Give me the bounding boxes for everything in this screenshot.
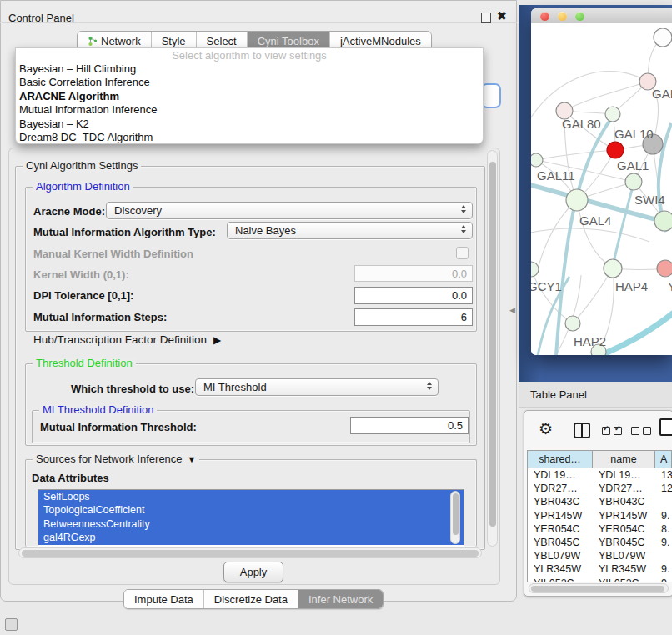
table-row[interactable]: YDL19…YDL19…13 bbox=[528, 468, 672, 482]
gear-icon[interactable]: ⚙ bbox=[539, 419, 553, 438]
kernel-width-label: Kernel Width (0,1): bbox=[33, 268, 129, 281]
table-row[interactable]: YIL052CYIL052C9. bbox=[528, 577, 672, 582]
network-window-titlebar bbox=[531, 8, 672, 24]
cyni-algorithm-settings-title: Cyni Algorithm Settings bbox=[23, 160, 141, 172]
data-attributes-list[interactable]: SelfLoopsTopologicalCoefficientBetweenne… bbox=[38, 489, 464, 548]
aracne-mode-combobox[interactable]: Discovery bbox=[106, 202, 473, 219]
table-row[interactable]: YDR27…YDR27…12 bbox=[528, 482, 672, 495]
network-node-label: GAL bbox=[652, 87, 672, 101]
column-header-clipped[interactable]: A bbox=[655, 451, 672, 468]
settings-hscrollbar-thumb[interactable] bbox=[22, 550, 479, 557]
mi-threshold-field[interactable]: 0.5 bbox=[350, 417, 469, 434]
network-node[interactable] bbox=[565, 316, 580, 331]
which-threshold-combobox[interactable]: MI Threshold bbox=[195, 378, 439, 396]
table-cell: YER054C bbox=[528, 522, 593, 536]
minimized-panel-icon[interactable] bbox=[5, 618, 18, 631]
algorithm-combobox-edge[interactable] bbox=[481, 83, 501, 108]
network-node[interactable] bbox=[531, 262, 539, 277]
attribute-list-item[interactable]: SelfLoops bbox=[38, 490, 464, 503]
table-row[interactable]: YPR145WYPR145W9. bbox=[528, 509, 672, 522]
tab-discretize-data[interactable]: Discretize Data bbox=[204, 590, 298, 608]
network-node[interactable] bbox=[654, 211, 672, 231]
attributes-scrollbar-thumb[interactable] bbox=[453, 493, 459, 535]
network-node[interactable] bbox=[605, 107, 620, 122]
float-window-icon[interactable] bbox=[481, 12, 491, 22]
select-all-columns-icon[interactable] bbox=[602, 427, 622, 435]
network-node[interactable] bbox=[566, 189, 588, 211]
zoom-traffic-light-icon[interactable] bbox=[575, 12, 584, 21]
table-hscrollbar[interactable] bbox=[529, 583, 669, 593]
kernel-width-field[interactable]: 0.0 bbox=[354, 265, 473, 282]
network-node-label: GAL11 bbox=[537, 168, 575, 182]
network-node-label: HAP4 bbox=[615, 279, 648, 293]
network-node[interactable] bbox=[654, 28, 672, 47]
aracne-mode-label: Aracne Mode: bbox=[33, 205, 105, 218]
network-node[interactable] bbox=[625, 173, 642, 190]
combo-stepper-icon bbox=[461, 205, 466, 213]
which-threshold-label: Which threshold to use: bbox=[71, 382, 194, 395]
deselect-all-columns-icon[interactable] bbox=[631, 427, 651, 435]
table-cell: 9. bbox=[655, 509, 672, 522]
table-body: YDL19…YDL19…13YDR27…YDR27…12YBR043CYBR04… bbox=[527, 468, 672, 582]
tab-infer-network[interactable]: Infer Network bbox=[298, 590, 383, 608]
column-header-shared-name[interactable]: shared… bbox=[528, 451, 593, 468]
dropdown-item[interactable]: Mutual Information Inference bbox=[16, 103, 483, 117]
network-canvas[interactable]: GALGAL80GAL10GAL1GAL11SWI4GAL4GCY1HAP4YH… bbox=[531, 23, 672, 355]
close-traffic-light-icon[interactable] bbox=[540, 12, 549, 21]
dpi-tolerance-field[interactable]: 0.0 bbox=[354, 287, 473, 304]
dropdown-item[interactable]: ARACNE Algorithm bbox=[16, 90, 483, 103]
table-row[interactable]: YBR043CYBR043C bbox=[528, 495, 672, 508]
hub-definition-label: Hub/Transcription Factor Definition bbox=[33, 333, 207, 346]
network-node-label: HAP2 bbox=[574, 334, 606, 348]
dropdown-item[interactable]: Bayesian – K2 bbox=[16, 118, 483, 131]
network-node[interactable] bbox=[604, 259, 622, 278]
hub-definition-section[interactable]: Hub/Transcription Factor Definition ▶ bbox=[33, 333, 221, 346]
table-cell: 9. bbox=[655, 577, 672, 582]
dropdown-item[interactable]: Basic Correlation Inference bbox=[16, 76, 483, 89]
network-node[interactable] bbox=[531, 153, 543, 167]
column-header-name[interactable]: name bbox=[593, 451, 655, 468]
split-columns-icon[interactable] bbox=[574, 422, 590, 438]
table-row[interactable]: YLR345WYLR345W9. bbox=[528, 562, 672, 576]
table-hscrollbar-thumb[interactable] bbox=[531, 586, 664, 592]
expand-arrow-icon[interactable]: ▶ bbox=[213, 334, 221, 346]
control-panel-title: Control Panel bbox=[8, 12, 74, 24]
settings-vscrollbar-thumb[interactable] bbox=[489, 162, 496, 527]
table-cell: YPR145W bbox=[528, 509, 593, 522]
mi-algorithm-type-value: Naive Bayes bbox=[235, 224, 296, 237]
dropdown-item[interactable]: Bayesian – Hill Climbing bbox=[16, 62, 483, 76]
settings-vscrollbar[interactable] bbox=[487, 150, 498, 547]
table-row[interactable]: YBL079WYBL079W bbox=[528, 549, 672, 562]
minimize-traffic-light-icon[interactable] bbox=[558, 12, 567, 21]
algorithm-dropdown-list: Select algorithm to view settings Bayesi… bbox=[15, 48, 484, 144]
settings-hscrollbar[interactable] bbox=[18, 548, 482, 558]
close-panel-icon[interactable]: ✖ bbox=[497, 9, 507, 22]
manual-kernel-width-checkbox[interactable] bbox=[456, 247, 469, 259]
attribute-list-item[interactable]: TopologicalCoefficient bbox=[38, 503, 464, 517]
dropdown-item[interactable]: Dream8 DC_TDC Algorithm bbox=[16, 131, 483, 144]
table-cell: YIL052C bbox=[593, 577, 655, 582]
attribute-list-item[interactable]: BetweennessCentrality bbox=[38, 518, 464, 531]
tab-impute-data[interactable]: Impute Data bbox=[124, 590, 204, 608]
tab-impute-data-label: Impute Data bbox=[134, 593, 193, 606]
mi-steps-field[interactable]: 6 bbox=[354, 308, 473, 326]
table-cell bbox=[655, 495, 672, 508]
table-cell: YBL079W bbox=[528, 549, 593, 562]
collapse-arrow-icon[interactable]: ▼ bbox=[188, 453, 197, 465]
screen: { "control_panel": { "title": "Control P… bbox=[0, 0, 672, 635]
table-cell: YLR345W bbox=[528, 562, 593, 576]
table-row[interactable]: YBR045CYBR045C9. bbox=[528, 536, 672, 549]
apply-button[interactable]: Apply bbox=[223, 562, 283, 582]
attribute-list-item[interactable]: gal4RGexp bbox=[38, 531, 464, 544]
table-header: shared… name A bbox=[527, 450, 672, 468]
data-attributes-label: Data Attributes bbox=[32, 472, 109, 484]
new-table-icon[interactable] bbox=[659, 418, 672, 436]
table-cell: 9. bbox=[655, 562, 672, 576]
network-node[interactable] bbox=[657, 260, 672, 277]
panel-divider-arrow-icon[interactable]: ◀ bbox=[509, 306, 515, 314]
attributes-list-scrollbar[interactable] bbox=[450, 491, 460, 544]
network-node[interactable] bbox=[607, 142, 624, 158]
table-row[interactable]: YER054CYER054C8. bbox=[528, 522, 672, 536]
mi-algorithm-type-combobox[interactable]: Naive Bayes bbox=[227, 222, 473, 239]
table-cell: YDR27… bbox=[528, 482, 593, 495]
